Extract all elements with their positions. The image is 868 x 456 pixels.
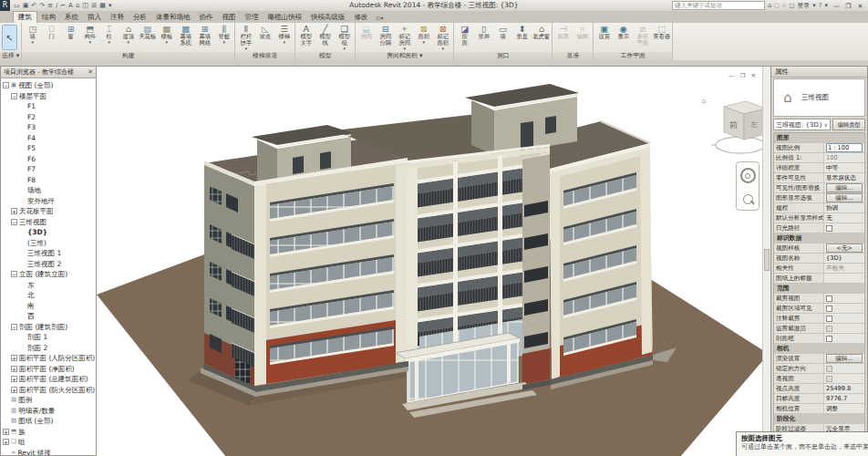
- viewcube-side-face[interactable]: 左: [750, 120, 758, 129]
- property-value[interactable]: [824, 376, 864, 382]
- viewcube-front-face[interactable]: 前: [729, 120, 738, 130]
- app-menu-button[interactable]: R: [0, 0, 10, 11]
- tree-item-F3[interactable]: F3: [1, 122, 96, 133]
- property-value[interactable]: [824, 225, 864, 232]
- panel-label-构建[interactable]: 构建: [22, 52, 234, 60]
- tree-item-天花板平面[interactable]: +天花板平面: [1, 206, 96, 217]
- panel-label-楼梯坡道[interactable]: 楼梯坡道: [235, 52, 294, 60]
- mullion-button[interactable]: ⫼竖梃: [214, 24, 233, 44]
- tree-expander-icon[interactable]: +: [11, 376, 17, 382]
- qat-dropdown-icon[interactable]: ▾: [108, 1, 113, 11]
- roof-button[interactable]: ⌂屋顶: [119, 24, 138, 44]
- column-button[interactable]: ⌶柱: [99, 24, 119, 44]
- tree-item-剖面 1[interactable]: 剖面 1: [1, 332, 96, 343]
- tab-注释[interactable]: 注释: [106, 12, 129, 23]
- tree-expander-icon[interactable]: −: [11, 93, 17, 99]
- panel-label-模型[interactable]: 模型: [295, 52, 355, 60]
- minimize-button[interactable]: —: [831, 3, 842, 10]
- tree-item-F7[interactable]: F7: [1, 164, 96, 175]
- tree-item-三维视图[interactable]: −三维视图: [1, 217, 96, 228]
- shaft-opening-button[interactable]: ▯竖井: [474, 24, 493, 40]
- floor-button[interactable]: ▦楼板: [157, 24, 176, 44]
- tree-expander-icon[interactable]: +: [11, 208, 17, 214]
- tree-expander-icon[interactable]: −: [11, 219, 17, 225]
- aligned-dimension-icon[interactable]: ⌐: [59, 1, 67, 11]
- property-value[interactable]: 显示原状态: [824, 174, 864, 182]
- tree-item-室外地坪[interactable]: 室外地坪: [1, 196, 96, 207]
- opening-by-face-button[interactable]: ◪按 面: [455, 24, 474, 47]
- schedule-icon[interactable]: ▦: [98, 1, 107, 11]
- room-separator-button[interactable]: ⊟房间 分隔: [376, 24, 395, 47]
- tree-item-北[interactable]: 北: [1, 290, 96, 301]
- restore-button[interactable]: ❐: [842, 3, 854, 10]
- property-value[interactable]: [824, 316, 864, 322]
- tab-建筑[interactable]: 建筑: [13, 11, 37, 23]
- property-value[interactable]: 编辑...: [824, 354, 864, 363]
- tree-item-F4[interactable]: F4: [1, 133, 96, 144]
- thin-lines-icon[interactable]: ☰: [90, 1, 98, 11]
- tree-item-面积平面 (总建筑面积)[interactable]: +面积平面 (总建筑面积): [1, 374, 96, 385]
- property-value[interactable]: 无: [824, 214, 864, 223]
- property-value[interactable]: 协调: [824, 204, 864, 212]
- panel-label-选择[interactable]: 选择 ▾: [0, 52, 21, 60]
- tree-item-族[interactable]: +⬒族: [1, 427, 96, 438]
- tag-area-button[interactable]: ⊠标记 面积: [433, 24, 452, 50]
- tree-item-组[interactable]: +❏组: [1, 437, 96, 448]
- tree-item-剖面 (建筑剖面)[interactable]: −剖面 (建筑剖面): [1, 322, 96, 333]
- exchange-icon[interactable]: ⌂: [768, 2, 774, 9]
- tab-系统[interactable]: 系统: [60, 12, 83, 23]
- panel-label-房间和面积[interactable]: 房间和面积 ▾: [356, 52, 453, 60]
- panel-label-工作平面[interactable]: 工作平面: [594, 52, 672, 60]
- tab-体量和场地[interactable]: 体量和场地: [151, 12, 195, 23]
- tab-overflow-icon[interactable]: ⊡▾: [373, 15, 388, 23]
- ceiling-button[interactable]: ▤天花板: [138, 24, 157, 40]
- value-edit-button[interactable]: 编辑...: [826, 183, 863, 192]
- door-button[interactable]: ⎕门: [42, 24, 61, 40]
- property-section-相机[interactable]: 相机: [774, 344, 864, 354]
- tree-expander-icon[interactable]: +: [11, 387, 17, 393]
- tree-item-视图 (全部)[interactable]: −▣视图 (全部): [1, 80, 96, 91]
- tab-协作[interactable]: 协作: [195, 12, 218, 23]
- tree-item-F8[interactable]: F8: [1, 175, 96, 186]
- tree-item-F1[interactable]: F1: [1, 101, 96, 112]
- tab-修改[interactable]: 修改: [350, 12, 373, 23]
- save-icon[interactable]: ▣: [22, 1, 30, 11]
- curtain-system-button[interactable]: ▩幕墙 系统: [176, 24, 195, 47]
- model-line-button[interactable]: ╱模型 线: [315, 24, 335, 47]
- left-wing-front-facade[interactable]: [254, 158, 408, 386]
- value-checkbox[interactable]: [826, 225, 832, 232]
- tree-item-南[interactable]: 南: [1, 301, 96, 312]
- wall-opening-button[interactable]: ▭墙: [493, 24, 512, 40]
- left-wing-side-facade[interactable]: [204, 161, 259, 388]
- person-icon[interactable]: ◻: [789, 2, 794, 9]
- window-button[interactable]: ⊞窗: [61, 24, 80, 40]
- help-search-input[interactable]: 键入关键字或短语: [672, 1, 765, 10]
- undo-icon[interactable]: ↶: [30, 1, 37, 11]
- tree-item-面积平面 (人防分区面积)[interactable]: +面积平面 (人防分区面积): [1, 353, 96, 364]
- section-icon[interactable]: ◫: [81, 1, 89, 11]
- show-workplane-button[interactable]: ◉显示: [614, 24, 633, 40]
- tree-item-西[interactable]: 西: [1, 311, 96, 322]
- tree-item-面积平面 (防火分区面积)[interactable]: +面积平面 (防火分区面积): [1, 385, 96, 396]
- zoom-icon[interactable]: [743, 194, 753, 204]
- property-section-范围[interactable]: 范围: [774, 284, 864, 294]
- tree-item-楼层平面[interactable]: −楼层平面: [1, 91, 96, 102]
- value-input[interactable]: 1 : 100: [826, 143, 863, 152]
- drawing-area[interactable]: ⌂ 前 左 — ❐ ✕ ▴: [97, 66, 770, 456]
- redo-icon[interactable]: ↷: [38, 1, 46, 11]
- area-button[interactable]: ⊠面积: [414, 24, 433, 44]
- right-wing-facade[interactable]: [522, 143, 653, 385]
- project-browser-close-icon[interactable]: ✕: [88, 67, 93, 78]
- property-value[interactable]: 9776.7: [824, 395, 864, 403]
- property-section-阶段化[interactable]: 阶段化: [774, 414, 864, 424]
- vertical-opening-button[interactable]: ⬍垂直: [512, 24, 532, 40]
- help-icon[interactable]: ?: [819, 2, 822, 9]
- modify-button[interactable]: ↖: [2, 25, 17, 50]
- signin-button[interactable]: 登录: [797, 1, 810, 10]
- value-edit-button[interactable]: <无>: [826, 244, 863, 253]
- property-value[interactable]: 编辑...: [824, 183, 864, 192]
- tree-item-F6[interactable]: F6: [1, 154, 96, 165]
- tree-item-Revit 链接[interactable]: ∞Revit 链接: [1, 448, 96, 456]
- property-value[interactable]: 中等: [824, 164, 864, 172]
- open-icon[interactable]: ▭: [13, 1, 21, 11]
